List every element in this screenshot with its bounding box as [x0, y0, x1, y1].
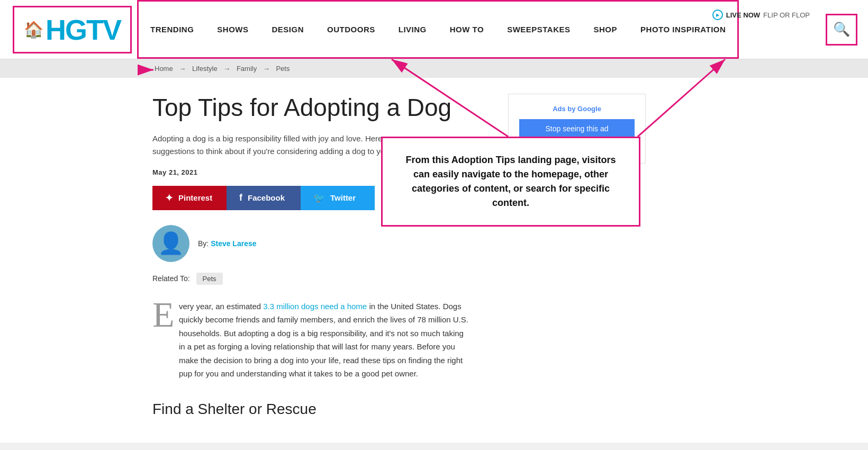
author-prefix: By: [198, 239, 209, 248]
section-title-1: Find a Shelter or Rescue [152, 397, 470, 422]
pinterest-button[interactable]: ✦ Pinterest [152, 186, 227, 210]
header: 🏠 HGTV TRENDINGSHOWSDESIGNOUTDOORSLIVING… [0, 0, 868, 59]
nav-item-design[interactable]: DESIGN [260, 2, 316, 57]
ad-brand: Google [577, 105, 601, 113]
related-row: Related To: Pets [152, 273, 476, 285]
main-wrapper: Top Tips for Adopting a Dog Adopting a d… [0, 78, 868, 443]
search-icon: 🔍 [833, 21, 850, 38]
author-name: By: Steve Larese [198, 239, 257, 248]
sidebar: Ads by Google Stop seeing this ad Why th… [498, 78, 656, 443]
article-drop-cap-para: E very year, an estimated 3.3 million do… [152, 300, 470, 381]
live-now-label: LIVE NOW [726, 11, 760, 19]
ad-label-text: Ads by [553, 105, 575, 113]
author-link[interactable]: Steve Larese [211, 239, 256, 248]
nav-item-sweepstakes[interactable]: SWEEPSTAKES [495, 2, 582, 57]
content-area: Top Tips for Adopting a Dog Adopting a d… [0, 78, 498, 443]
breadcrumb-sep: → [223, 65, 232, 73]
nav-item-trending[interactable]: TRENDING [139, 2, 205, 57]
main-nav: TRENDINGSHOWSDESIGNOUTDOORSLIVINGHOW TOS… [137, 0, 739, 59]
article-title: Top Tips for Adopting a Dog [152, 94, 476, 122]
logo-box[interactable]: 🏠 HGTV [13, 6, 132, 53]
nav-item-shows[interactable]: SHOWS [205, 2, 260, 57]
ad-label: Ads by Google [519, 105, 635, 113]
avatar-image: 👤 [158, 231, 184, 256]
body-intro-text: very year, an estimated [179, 302, 261, 311]
nav-item-outdoors[interactable]: OUTDOORS [315, 2, 387, 57]
twitter-label: Twitter [330, 193, 356, 202]
twitter-icon: 🐦 [313, 192, 325, 204]
nav-item-how-to[interactable]: HOW TO [438, 2, 495, 57]
breadcrumb-pets[interactable]: Pets [276, 65, 290, 73]
live-now-icon [712, 10, 723, 20]
breadcrumb-family[interactable]: Family [237, 65, 257, 73]
related-tag[interactable]: Pets [196, 273, 223, 285]
twitter-button[interactable]: 🐦 Twitter [301, 186, 375, 210]
callout-box: From this Adoption Tips landing page, vi… [381, 137, 640, 227]
body-link[interactable]: 3.3 million dogs need a home [263, 302, 367, 311]
breadcrumb: Home → Lifestyle → Family → Pets [0, 59, 868, 78]
author-row: 👤 By: Steve Larese [152, 225, 476, 262]
breadcrumb-sep: → [263, 65, 272, 73]
related-label: Related To: [152, 274, 190, 283]
breadcrumb-sep: → [179, 65, 188, 73]
breadcrumb-home[interactable]: Home [155, 65, 173, 73]
callout-text: From this Adoption Tips landing page, vi… [400, 153, 622, 210]
live-now-show: FLIP OR FLOP [763, 11, 810, 19]
article-body: E very year, an estimated 3.3 million do… [152, 300, 470, 422]
breadcrumb-lifestyle[interactable]: Lifestyle [192, 65, 218, 73]
body-text1: in the United States. Dogs quickly becom… [179, 302, 468, 379]
pinterest-icon: ✦ [165, 192, 173, 204]
facebook-button[interactable]: f Facebook [227, 186, 301, 210]
author-avatar: 👤 [152, 225, 189, 262]
nav-item-shop[interactable]: SHOP [582, 2, 629, 57]
nav-item-living[interactable]: LIVING [387, 2, 438, 57]
house-icon: 🏠 [24, 20, 43, 39]
logo-text[interactable]: HGTV [46, 13, 121, 46]
facebook-label: Facebook [248, 193, 285, 202]
facebook-icon: f [239, 192, 242, 203]
pinterest-label: Pinterest [178, 193, 212, 202]
search-button[interactable]: 🔍 [826, 14, 857, 46]
stop-seeing-ad-button[interactable]: Stop seeing this ad [519, 119, 635, 138]
live-now-banner: LIVE NOW FLIP OR FLOP [712, 10, 810, 20]
drop-cap-letter: E [152, 300, 175, 330]
